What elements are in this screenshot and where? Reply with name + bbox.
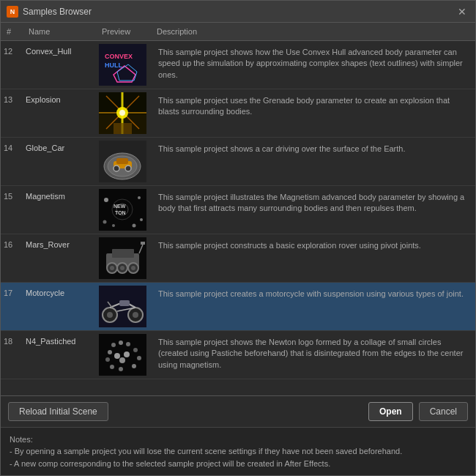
table-body[interactable]: 12 Convex_Hull CONVEX HULL This sample p… bbox=[1, 41, 475, 395]
row-name: Magnetism bbox=[26, 189, 99, 201]
row-num: 18 bbox=[4, 334, 26, 346]
svg-point-38 bbox=[110, 266, 114, 270]
notes-title: Notes: - By opening a sample project you… bbox=[10, 434, 466, 470]
svg-point-66 bbox=[119, 357, 125, 363]
svg-point-30 bbox=[112, 224, 115, 227]
app-icon: N bbox=[7, 6, 18, 18]
svg-point-20 bbox=[125, 166, 131, 171]
svg-text:CONVEX: CONVEX bbox=[105, 53, 133, 60]
notes-section: Notes: - By opening a sample project you… bbox=[1, 427, 475, 476]
svg-point-29 bbox=[140, 218, 143, 221]
row-preview: NEW TON bbox=[99, 189, 146, 231]
svg-point-40 bbox=[131, 266, 135, 270]
svg-point-54 bbox=[111, 343, 116, 347]
row-name: Explosion bbox=[26, 92, 99, 104]
svg-point-26 bbox=[104, 198, 108, 202]
main-window: N Samples Browser ✕ # Name Preview Descr… bbox=[0, 0, 476, 476]
row-preview bbox=[99, 92, 146, 134]
table-row[interactable]: 12 Convex_Hull CONVEX HULL This sample p… bbox=[1, 41, 475, 89]
row-description: This sample project uses the Grenade bod… bbox=[154, 92, 472, 121]
row-preview bbox=[99, 286, 146, 327]
table-row[interactable]: 18 N4_Pastiched This sample project show… bbox=[1, 331, 475, 379]
svg-point-62 bbox=[132, 364, 136, 368]
header-preview: Preview bbox=[99, 26, 154, 37]
cancel-button[interactable]: Cancel bbox=[419, 402, 468, 421]
svg-rect-18 bbox=[116, 158, 128, 164]
svg-point-65 bbox=[124, 352, 130, 357]
svg-rect-51 bbox=[119, 300, 130, 306]
row-num: 13 bbox=[4, 92, 26, 104]
svg-point-28 bbox=[103, 220, 107, 224]
row-description: This sample project shows how the Use Co… bbox=[154, 44, 472, 83]
svg-point-31 bbox=[133, 224, 136, 228]
open-button[interactable]: Open bbox=[368, 402, 413, 421]
svg-point-57 bbox=[108, 350, 112, 354]
row-name: Convex_Hull bbox=[26, 44, 99, 56]
row-description: This sample project creates a motorcycle… bbox=[154, 286, 472, 302]
table-row[interactable]: 15 Magnetism NEW TON This sample project… bbox=[1, 186, 475, 234]
table-header: # Name Preview Description bbox=[1, 23, 475, 41]
svg-point-39 bbox=[120, 266, 124, 270]
svg-rect-13 bbox=[114, 123, 132, 134]
row-num: 16 bbox=[4, 237, 26, 249]
row-description: This sample project shows the Newton log… bbox=[154, 334, 472, 373]
header-description: Description bbox=[154, 26, 466, 37]
header-name: Name bbox=[26, 26, 99, 37]
row-name: Mars_Rover bbox=[26, 237, 99, 249]
svg-point-58 bbox=[133, 348, 138, 352]
row-preview bbox=[99, 237, 146, 279]
row-description: This sample project constructs a basic e… bbox=[154, 237, 472, 254]
svg-text:TON: TON bbox=[115, 210, 126, 215]
window-title: Samples Browser bbox=[23, 7, 455, 17]
row-name: Globe_Car bbox=[26, 141, 99, 152]
svg-point-47 bbox=[133, 312, 138, 318]
row-description: This sample project illustrates the Magn… bbox=[154, 189, 472, 217]
svg-point-46 bbox=[107, 312, 113, 318]
row-num: 14 bbox=[4, 141, 26, 152]
svg-point-27 bbox=[138, 196, 141, 199]
svg-point-63 bbox=[119, 367, 123, 371]
row-num: 17 bbox=[4, 286, 26, 297]
samples-table-container: # Name Preview Description 12 Convex_Hul… bbox=[1, 23, 475, 395]
svg-point-12 bbox=[119, 110, 125, 116]
row-num: 12 bbox=[4, 44, 26, 56]
title-bar: N Samples Browser ✕ bbox=[1, 1, 475, 23]
table-row[interactable]: 16 Mars_Rover This sample project constr… bbox=[1, 234, 475, 283]
header-num: # bbox=[4, 26, 26, 37]
row-num: 15 bbox=[4, 189, 26, 201]
svg-point-64 bbox=[114, 353, 120, 359]
svg-point-19 bbox=[114, 166, 119, 171]
row-name: N4_Pastiched bbox=[26, 334, 99, 346]
row-preview bbox=[99, 334, 146, 376]
row-preview bbox=[99, 141, 146, 182]
svg-point-60 bbox=[137, 356, 141, 360]
bottom-bar: Reload Initial Scene Open Cancel bbox=[1, 395, 475, 427]
reload-button[interactable]: Reload Initial Scene bbox=[8, 402, 108, 421]
svg-point-61 bbox=[110, 365, 114, 369]
svg-point-56 bbox=[126, 342, 130, 346]
table-row[interactable]: 14 Globe_Car This sample project shows a… bbox=[1, 138, 475, 186]
row-name: Motorcycle bbox=[26, 286, 99, 297]
svg-rect-34 bbox=[112, 249, 134, 258]
row-description: This sample project shows a car driving … bbox=[154, 141, 472, 157]
svg-text:HULL: HULL bbox=[105, 62, 122, 69]
svg-point-55 bbox=[119, 341, 123, 345]
table-row[interactable]: 17 Motorcycle This sample project create… bbox=[1, 283, 475, 331]
svg-text:NEW: NEW bbox=[114, 204, 126, 209]
table-row[interactable]: 13 Explosion This sample project uses th… bbox=[1, 89, 475, 138]
row-preview: CONVEX HULL bbox=[99, 44, 146, 86]
svg-point-59 bbox=[105, 357, 110, 362]
svg-rect-42 bbox=[141, 242, 145, 245]
close-button[interactable]: ✕ bbox=[455, 4, 469, 19]
